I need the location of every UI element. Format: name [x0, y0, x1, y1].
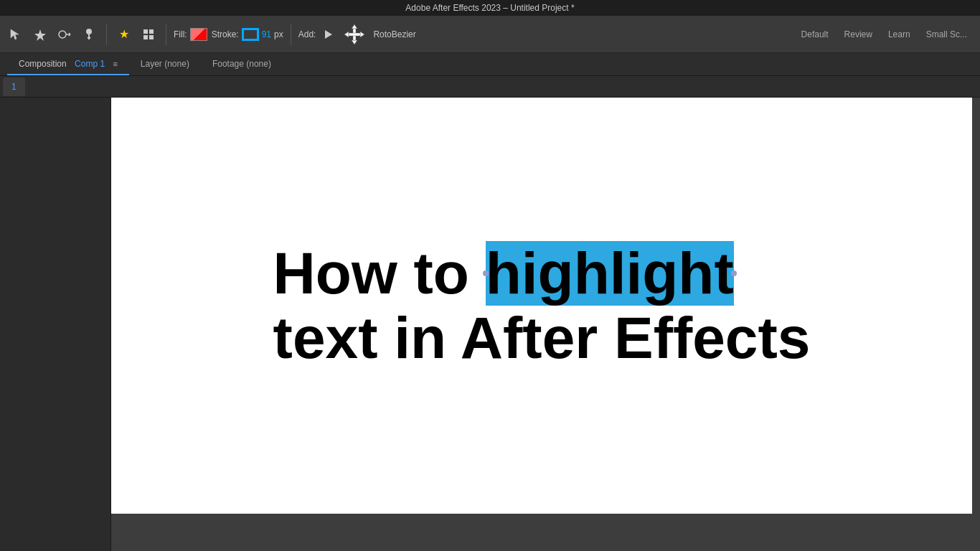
stroke-px: px — [274, 29, 283, 39]
star-icon[interactable]: ★ — [114, 24, 134, 44]
tab-row: 1 — [0, 76, 980, 98]
footage-panel-tab[interactable]: Footage (none) — [201, 53, 283, 75]
puppet-pin-tool-button[interactable] — [79, 24, 99, 44]
panel-header: Composition Comp 1 ≡ Layer (none) Footag… — [0, 53, 980, 76]
pen-tool-button[interactable] — [30, 24, 50, 44]
canvas-content: How to highlight text in After Effects — [230, 241, 854, 370]
toolbar: ★ Fill: Stroke: 91 px Add: — [0, 16, 980, 53]
highlight-word: highlight — [486, 241, 734, 306]
add-label: Add: — [298, 29, 316, 39]
composition-word: Composition — [19, 59, 67, 69]
stroke-size[interactable]: 91 — [262, 29, 271, 39]
footage-tab-label: Footage (none) — [212, 59, 271, 69]
add-play-icon[interactable] — [320, 27, 336, 42]
stroke-swatch[interactable] — [242, 28, 259, 41]
layer-panel-tab[interactable]: Layer (none) — [129, 53, 201, 75]
canvas-area: How to highlight text in After Effects — [111, 98, 980, 551]
headline-line1: How to highlight — [273, 241, 811, 306]
svg-marker-15 — [352, 40, 357, 44]
svg-marker-17 — [360, 32, 364, 37]
grid-icon[interactable] — [138, 24, 159, 44]
main-area: How to highlight text in After Effects — [0, 98, 980, 551]
roto-tool-button[interactable] — [55, 24, 75, 44]
workspace-tabs: Default Review Learn Small Sc... — [794, 27, 974, 42]
stroke-label: Stroke: — [212, 29, 239, 39]
separator-2 — [166, 24, 166, 45]
handle-right[interactable] — [731, 270, 737, 276]
svg-marker-1 — [34, 29, 46, 41]
comp-tab-label: 1 — [11, 82, 17, 92]
svg-rect-10 — [149, 29, 154, 34]
headline-line2: text in After Effects — [273, 306, 811, 370]
svg-marker-16 — [344, 32, 349, 37]
highlight-text: highlight — [486, 240, 734, 306]
app-title: Adobe After Effects 2023 – Untitled Proj… — [405, 3, 574, 13]
workspace-review[interactable]: Review — [837, 27, 880, 42]
svg-point-2 — [59, 31, 66, 38]
fill-label: Fill: — [174, 29, 187, 39]
canvas: How to highlight text in After Effects — [111, 98, 972, 514]
svg-marker-14 — [352, 24, 357, 29]
svg-point-6 — [86, 29, 92, 34]
fill-group: Fill: — [174, 28, 207, 41]
layer-tab-label: Layer (none) — [141, 59, 189, 69]
line2-text: text in After Effects — [273, 305, 811, 370]
svg-rect-19 — [349, 33, 360, 36]
line1-prefix: How to — [273, 240, 486, 306]
title-bar: Adobe After Effects 2023 – Untitled Proj… — [0, 0, 980, 16]
svg-rect-12 — [149, 35, 154, 39]
workspace-learn[interactable]: Learn — [881, 27, 918, 42]
composition-name: Comp 1 — [75, 59, 105, 69]
rotobezier-label: RotoBezier — [373, 29, 415, 39]
separator-1 — [106, 24, 107, 45]
separator-3 — [291, 24, 291, 45]
workspace-default[interactable]: Default — [794, 27, 836, 42]
svg-marker-0 — [11, 29, 19, 39]
svg-rect-9 — [143, 29, 148, 34]
workspace-small-screen[interactable]: Small Sc... — [919, 27, 974, 42]
move-cursor-icon — [340, 20, 369, 49]
svg-rect-11 — [143, 35, 148, 39]
svg-marker-8 — [87, 37, 91, 39]
fill-swatch[interactable] — [190, 28, 207, 41]
handle-left[interactable] — [483, 270, 489, 276]
left-sidebar — [0, 98, 111, 551]
comp-1-tab[interactable]: 1 — [3, 77, 25, 96]
selection-tool-button[interactable] — [6, 24, 26, 44]
panel-menu-icon[interactable]: ≡ — [113, 60, 117, 68]
stroke-group: Stroke: 91 px — [212, 28, 283, 41]
svg-marker-13 — [325, 30, 332, 39]
composition-panel-tab[interactable]: Composition Comp 1 ≡ — [7, 53, 129, 75]
